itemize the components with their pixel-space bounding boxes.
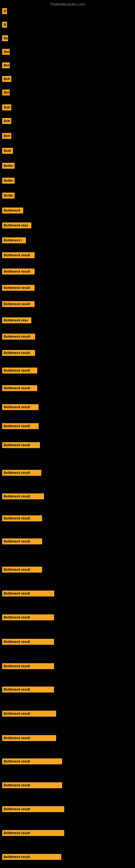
bottleneck-item: Bottleneck result — [2, 735, 56, 742]
bottleneck-label: Bottleneck result — [2, 423, 39, 429]
bottleneck-label: Bottleneck result — [2, 782, 62, 788]
bottleneck-label: Bot — [2, 49, 10, 55]
bottleneck-label: Bottleneck result — [2, 301, 35, 307]
bottleneck-label: Bottleneck result — [2, 806, 64, 812]
bottleneck-item: Bottl — [2, 148, 13, 155]
bottleneck-label: Bo — [2, 35, 8, 41]
bottleneck-label: Bottleneck result — [2, 493, 44, 499]
bottleneck-item: Bottle — [2, 193, 14, 199]
bottleneck-item: Bottleneck result — [2, 285, 35, 292]
bottleneck-label: Bottleneck result — [2, 385, 37, 391]
bottleneck-item: Bottleneck resu — [2, 317, 31, 324]
bottleneck-item: Bott — [2, 118, 11, 125]
bottleneck-item: Bottleneck result — [2, 830, 64, 837]
bottleneck-label: B — [2, 8, 7, 14]
bottleneck-item: Bottleneck result — [2, 711, 56, 718]
bottleneck-item: Bottleneck result — [2, 385, 37, 392]
bottleneck-label: Bot — [2, 62, 10, 68]
bottleneck-item: Bottleneck result — [2, 686, 54, 693]
bottleneck-label: Bottleneck result — [2, 758, 62, 764]
bottleneck-item: Bottleneck result — [2, 567, 42, 574]
bottleneck-item: Bo — [2, 35, 8, 42]
bottleneck-label: Bottleneck result — [2, 470, 41, 476]
bottleneck-label: Bottleneck result — [2, 854, 61, 860]
bottleneck-label: Bottleneck resu — [2, 317, 31, 323]
bottleneck-label: Bottleneck result — [2, 442, 40, 448]
bottleneck-label: Bott — [2, 133, 11, 139]
bottleneck-item: Bottleneck result — [2, 442, 40, 449]
bottleneck-item: Bottleneck result — [2, 404, 39, 411]
bottleneck-label: Bottleneck result — [2, 663, 54, 669]
bottleneck-item: Bottleneck result — [2, 301, 35, 308]
bottleneck-label: Bottl — [2, 148, 13, 154]
bottleneck-label: Bottleneck result — [2, 269, 35, 275]
bottleneck-label: Bottleneck result — [2, 334, 35, 340]
bottleneck-label: Bot — [2, 90, 10, 95]
bottleneck-item: Bottle — [2, 163, 14, 170]
bottleneck-item: Bottleneck result — [2, 423, 39, 430]
bottleneck-label: Bottleneck result — [2, 368, 37, 373]
site-title: TheBottlenecker.com — [0, 0, 135, 8]
bottleneck-label: Bottleneck result — [2, 686, 54, 692]
bottleneck-item: Bot — [2, 62, 10, 69]
bottleneck-label: Bottleneck — [2, 208, 23, 214]
bottleneck-label: Bottle — [2, 193, 14, 198]
bottleneck-item: Bottleneck result — [2, 806, 64, 813]
bottleneck-label: Bottleneck result — [2, 404, 39, 410]
bottleneck-label: Bottleneck result — [2, 516, 42, 521]
bottleneck-item: Bot — [2, 49, 10, 56]
bottleneck-label: Bottleneck result — [2, 350, 35, 356]
bottleneck-label: Bott — [2, 76, 11, 82]
bottleneck-label: B — [2, 22, 7, 28]
bottleneck-item: Bottleneck resu — [2, 222, 31, 229]
bottleneck-item: Bottleneck result — [2, 350, 35, 357]
bottleneck-item: Bot — [2, 90, 10, 97]
bottleneck-label: Bott — [2, 104, 11, 111]
bottleneck-item: Bottleneck result — [2, 334, 35, 341]
bottleneck-item: Bottleneck result — [2, 470, 41, 477]
bottleneck-item: Bottleneck result — [2, 639, 54, 646]
bottleneck-item: Bottleneck result — [2, 252, 35, 259]
bottleneck-item: Bottleneck result — [2, 614, 54, 621]
bottleneck-label: Bottleneck r — [2, 237, 26, 243]
bottleneck-item: Bottleneck result — [2, 368, 37, 375]
bottleneck-item: Bottleneck result — [2, 782, 62, 789]
bottleneck-label: Bottleneck resu — [2, 222, 31, 228]
bottleneck-item: Bottleneck result — [2, 269, 35, 276]
bottleneck-item: Bottleneck result — [2, 854, 61, 861]
bottleneck-item: Bottleneck — [2, 208, 23, 215]
bottleneck-label: Bottleneck result — [2, 285, 35, 291]
bottleneck-label: Bottleneck result — [2, 590, 54, 596]
bottleneck-item: Bottleneck result — [2, 590, 54, 597]
bottleneck-item: Bottleneck result — [2, 538, 42, 546]
bottleneck-item: Bott — [2, 76, 11, 83]
bottleneck-item: B — [2, 8, 7, 15]
bottleneck-item: Bottleneck result — [2, 516, 42, 522]
bottleneck-item: Bott — [2, 104, 11, 112]
bottleneck-item: B — [2, 22, 7, 29]
bottleneck-label: Bottleneck result — [2, 711, 56, 717]
bottleneck-item: Bottle — [2, 178, 14, 185]
bottleneck-item: Bottleneck result — [2, 758, 62, 766]
bottleneck-label: Bottleneck result — [2, 639, 54, 645]
bottleneck-label: Bottle — [2, 163, 14, 169]
bottleneck-item: Bottleneck r — [2, 237, 26, 244]
bottleneck-item: Bottleneck result — [2, 663, 54, 670]
bottleneck-label: Bottleneck result — [2, 538, 42, 545]
bottleneck-label: Bottle — [2, 178, 14, 184]
bottleneck-label: Bott — [2, 118, 11, 124]
bottleneck-item: Bottleneck result — [2, 493, 44, 500]
bottleneck-label: Bottleneck result — [2, 614, 54, 620]
bottleneck-label: Bottleneck result — [2, 252, 35, 258]
bottleneck-label: Bottleneck result — [2, 830, 64, 836]
bottleneck-item: Bott — [2, 133, 11, 140]
bottleneck-label: Bottleneck result — [2, 735, 56, 741]
bottleneck-label: Bottleneck result — [2, 567, 42, 572]
